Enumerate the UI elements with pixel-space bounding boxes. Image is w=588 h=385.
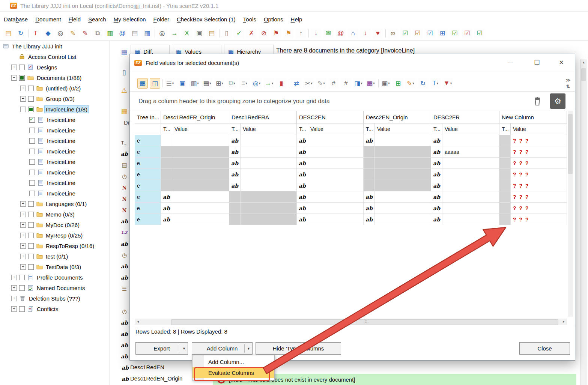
tree-item-invoiceline[interactable]: InvoiceLine (0, 188, 110, 199)
value-cell[interactable] (172, 203, 229, 214)
tree-item-mydoc-0-26[interactable]: +MyDoc (0/26) (0, 220, 110, 230)
tree-item-invoiceline[interactable]: InvoiceLine (0, 135, 110, 146)
grid-settings-button[interactable] (550, 93, 565, 109)
split-grid-icon[interactable]: ◫ (150, 78, 160, 89)
tree-checkbox[interactable] (29, 149, 35, 154)
value-subheader[interactable]: Value (511, 123, 567, 135)
type-cell[interactable] (499, 203, 511, 214)
agent-icon[interactable]: ♥ (373, 28, 383, 39)
minimize-icon[interactable] (501, 56, 520, 68)
tree-item-invoiceline[interactable]: InvoiceLine (0, 114, 110, 125)
tree-checkbox[interactable] (28, 243, 34, 249)
tree-cell[interactable]: e (135, 214, 161, 225)
export-grid-icon[interactable]: →▾ (264, 78, 274, 89)
collapse-icon[interactable]: − (11, 75, 17, 81)
trash-icon[interactable] (532, 96, 543, 107)
tree-checkbox[interactable] (28, 222, 34, 228)
tree-item-deletion-stubs[interactable]: +Deletion Stubs (???) (0, 293, 110, 304)
type-cell[interactable]: ab (297, 146, 308, 158)
warning-icon[interactable]: ⚠ (119, 86, 129, 95)
type-cell[interactable] (161, 169, 172, 180)
row-display-icon[interactable]: ☰▾ (165, 78, 175, 89)
tree-item-testdata-0-3[interactable]: +TestData (0/3) (0, 262, 110, 272)
menu-field[interactable]: Field (65, 14, 85, 25)
open-database-icon[interactable]: ▤ (3, 28, 14, 39)
value-cell[interactable]: aaaaa (442, 146, 499, 158)
tree-checkbox[interactable] (19, 285, 25, 291)
tree-checkbox[interactable] (19, 306, 25, 312)
type-cell[interactable]: ab (364, 191, 375, 203)
type-cell[interactable] (499, 158, 511, 169)
column-header-desc1redfra[interactable]: Desc1RedFRA (229, 111, 297, 123)
scroll-right-icon[interactable] (561, 319, 567, 325)
save-local-icon[interactable]: ↓ (360, 28, 371, 39)
type-cell[interactable]: ab (229, 158, 241, 169)
value-subheader[interactable]: Value (308, 123, 364, 135)
expand-icon[interactable]: + (20, 86, 26, 91)
type-cell[interactable]: ab (431, 158, 442, 169)
tree-item-profile-documents[interactable]: +Profile Documents (0, 272, 110, 283)
chart-icon[interactable]: ▮ (276, 78, 287, 89)
tree-checkbox[interactable] (28, 107, 34, 112)
value-cell[interactable] (308, 146, 364, 158)
values-grid-icon[interactable]: ▦ (119, 47, 129, 57)
tag-icon[interactable]: T (30, 28, 41, 39)
form-check-icon[interactable]: ▣ (194, 28, 205, 39)
expand-icon[interactable]: + (20, 96, 26, 102)
type-cell[interactable]: ab (229, 135, 241, 146)
grid-search-icon[interactable]: ▦ (142, 28, 152, 39)
column-header-tree-in[interactable]: Tree In... (135, 111, 161, 123)
tree-checkbox[interactable] (19, 65, 25, 70)
fields-grid-icon[interactable]: ▦ (119, 106, 129, 116)
tree-cell[interactable]: e (135, 203, 161, 214)
freeze-rows-icon[interactable]: # (328, 78, 339, 89)
close-icon[interactable] (552, 56, 571, 68)
value-cell[interactable] (442, 191, 499, 203)
value-cell[interactable] (308, 214, 364, 225)
value-cell[interactable] (308, 135, 364, 146)
loupe-icon[interactable]: ◎ (157, 28, 167, 39)
column-header-desc2fr[interactable]: DESC2FR (431, 111, 499, 123)
toolbar-overflow[interactable] (564, 77, 572, 89)
value-cell[interactable] (172, 214, 229, 225)
type-subheader[interactable]: T... (297, 123, 308, 135)
checkbox-settings-icon[interactable]: ☑ (412, 28, 423, 39)
tree-item-memo-0-3[interactable]: +Memo (0/3) (0, 209, 110, 220)
value-cell[interactable] (172, 158, 229, 169)
scroll-left-icon[interactable] (135, 319, 141, 325)
value-cell[interactable] (442, 203, 499, 214)
value-subheader[interactable]: Value (172, 123, 229, 135)
tree-item-invoiceline[interactable]: InvoiceLine (0, 156, 110, 167)
value-cell[interactable] (241, 135, 297, 146)
tree-cell[interactable]: e (135, 135, 161, 146)
type-cell[interactable] (499, 191, 511, 203)
type-cell[interactable]: ab (431, 214, 442, 225)
expand-icon[interactable]: + (20, 243, 26, 249)
tree-checkbox[interactable] (19, 75, 25, 81)
menu-help[interactable]: Help (287, 14, 306, 25)
type-cell[interactable] (229, 191, 241, 203)
tree-item-test-0-1[interactable]: +test (0/1) (0, 251, 110, 262)
value-cell[interactable] (442, 214, 499, 225)
overflow-chevron-icon[interactable] (564, 77, 572, 83)
tree-checkbox[interactable] (29, 159, 35, 165)
expand-icon[interactable]: + (11, 65, 17, 70)
menu-item-add-column[interactable]: Add Column... (192, 356, 274, 367)
new-column-value-cell[interactable]: ? ? ? (511, 158, 567, 169)
new-column-value-cell[interactable]: ? ? ? (511, 203, 567, 214)
search-documents-icon[interactable]: ◎ (55, 28, 66, 39)
type-subheader[interactable]: T... (431, 123, 442, 135)
type-cell[interactable] (364, 180, 375, 191)
type-cell[interactable]: ab (431, 191, 442, 203)
value-cell[interactable] (172, 191, 229, 203)
column-header-desc1redfr-origin[interactable]: Desc1RedFR_Origin (161, 111, 229, 123)
type-cell[interactable] (161, 135, 172, 146)
value-cell[interactable] (308, 158, 364, 169)
new-column-value-cell[interactable]: ? ? ? (511, 214, 567, 225)
tree-cell[interactable]: e (135, 158, 161, 169)
copy-cells-icon[interactable]: ⧉▾ (227, 78, 237, 89)
tree-checkbox[interactable] (28, 212, 34, 217)
tree-cell[interactable]: e (135, 146, 161, 158)
value-subheader[interactable]: Value (375, 123, 431, 135)
value-cell[interactable] (375, 214, 431, 225)
